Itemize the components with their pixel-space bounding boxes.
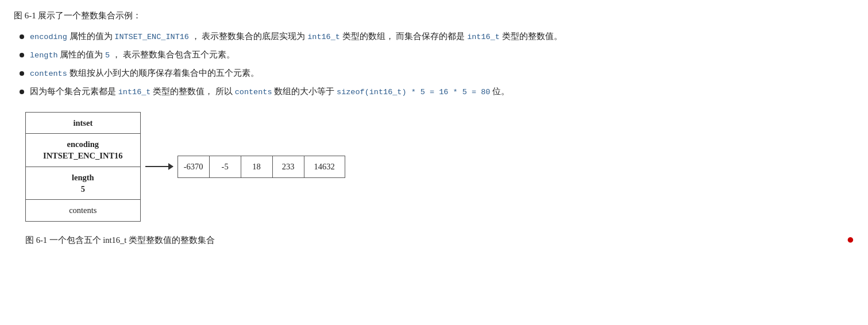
code-length: length — [30, 51, 58, 60]
page-title: 图 6-1 展示了一个整数集合示例： — [14, 10, 854, 21]
array-cell-2: 18 — [241, 156, 273, 177]
page-indicator: ● — [847, 232, 854, 247]
bullet-list: encoding 属性的值为 INTSET_ENC_INT16 ， 表示整数集合… — [20, 29, 854, 99]
text-1: 属性的值为 — [70, 32, 115, 41]
list-item: 因为每个集合元素都是 int16_t 类型的整数值， 所以 contents 数… — [20, 84, 854, 99]
bullet-length-text: length 属性的值为 5 ， 表示整数集合包含五个元素。 — [30, 48, 235, 63]
bullet-dot — [20, 90, 24, 94]
code-intset-enc: INTSET_ENC_INT16 — [114, 33, 189, 41]
code-int16-3: int16_t — [118, 88, 151, 96]
text-3: 类型的数组， 而集合保存的都是 — [342, 32, 468, 41]
text-9: 类型的整数值， 所以 — [153, 87, 235, 96]
bullet-size-text: 因为每个集合元素都是 int16_t 类型的整数值， 所以 contents 数… — [30, 84, 510, 99]
text-5: 属性的值为 — [60, 50, 105, 59]
code-contents-2: contents — [235, 88, 272, 96]
array-cell-1: -5 — [210, 156, 241, 177]
text-4: 类型的整数值。 — [502, 32, 562, 41]
list-item: encoding 属性的值为 INTSET_ENC_INT16 ， 表示整数集合… — [20, 29, 854, 44]
array-cell-3: 233 — [273, 156, 304, 177]
intset-contents-row: contents — [26, 200, 140, 220]
array-cell-4: 14632 — [304, 156, 345, 177]
text-7: 数组按从小到大的顺序保存着集合中的五个元素。 — [70, 68, 259, 78]
intset-encoding-row: encodingINTSET_ENC_INT16 — [26, 134, 140, 167]
intset-title-row: intset — [26, 113, 140, 134]
bullet-encoding-text: encoding 属性的值为 INTSET_ENC_INT16 ， 表示整数集合… — [30, 29, 562, 44]
text-8: 因为每个集合元素都是 — [30, 87, 118, 96]
list-item: contents 数组按从小到大的顺序保存着集合中的五个元素。 — [20, 66, 854, 81]
text-11: 位。 — [492, 87, 510, 96]
arrow-area — [145, 166, 173, 167]
diagram-caption: 图 6-1 一个包含五个 int16_t 类型整数值的整数集合 — [25, 235, 215, 246]
bullet-dot — [20, 71, 24, 76]
array-cell-0: -6370 — [178, 156, 210, 177]
code-encoding: encoding — [30, 33, 67, 41]
arrow-line — [145, 166, 173, 167]
text-6: ， 表示整数集合包含五个元素。 — [112, 50, 235, 59]
code-contents: contents — [30, 69, 67, 78]
intset-length-row: length5 — [26, 167, 140, 200]
code-5: 5 — [105, 51, 110, 60]
code-int16-2: int16_t — [467, 33, 500, 41]
bullet-contents-text: contents 数组按从小到大的顺序保存着集合中的五个元素。 — [30, 66, 259, 81]
bullet-dot — [20, 53, 24, 57]
contents-array: -6370 -5 18 233 14632 — [178, 156, 345, 178]
diagram-area: intset encodingINTSET_ENC_INT16 length5 … — [25, 112, 854, 222]
text-2: ， 表示整数集合的底层实现为 — [191, 32, 308, 41]
bullet-dot — [20, 34, 24, 39]
code-sizeof: sizeof(int16_t) * 5 = 16 * 5 = 80 — [337, 88, 490, 96]
list-item: length 属性的值为 5 ， 表示整数集合包含五个元素。 — [20, 48, 854, 63]
code-int16-1: int16_t — [307, 33, 340, 41]
text-10: 数组的大小等于 — [274, 87, 337, 96]
intset-box: intset encodingINTSET_ENC_INT16 length5 … — [25, 112, 141, 222]
